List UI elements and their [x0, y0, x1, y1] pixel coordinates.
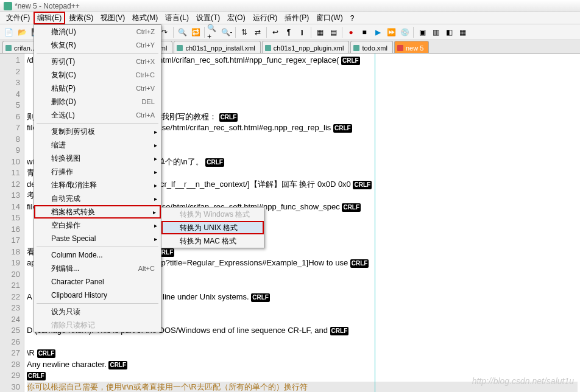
file-tab-6[interactable]: todo.xml: [350, 41, 393, 53]
menu-item-7[interactable]: 宏(O): [224, 12, 249, 24]
file-icon: [177, 45, 183, 51]
crlf-marker: CRLF: [353, 181, 372, 189]
open-file-icon[interactable]: 📂: [16, 26, 28, 38]
menu-item-10[interactable]: 窗口(W): [313, 12, 346, 24]
menu-item-Paste Special[interactable]: Paste Special: [34, 232, 161, 245]
menu-bar: 文件(F)编辑(E)搜索(S)视图(V)格式(M)语言(L)设置(T)宏(O)运…: [0, 12, 580, 24]
menu-item-3[interactable]: 视图(V): [97, 12, 129, 24]
menu-item-复制到剪切板[interactable]: 复制到剪切板: [34, 125, 161, 138]
zoom-in-icon[interactable]: 🔍+: [207, 26, 219, 38]
menu-item-转换视图[interactable]: 转换视图: [34, 152, 161, 165]
menu-item-缩进[interactable]: 缩进: [34, 138, 161, 152]
tb-extra2-icon[interactable]: ▥: [430, 26, 442, 38]
save-macro-icon[interactable]: 💿: [398, 26, 411, 38]
menu-item-空白操作[interactable]: 空白操作: [34, 219, 161, 232]
sync-v-icon[interactable]: ⇅: [238, 26, 250, 38]
menu-item-设为只读[interactable]: 设为只读: [34, 305, 161, 318]
menu-item-粘贴(P)[interactable]: 粘贴(P)Ctrl+V: [34, 82, 161, 95]
menu-item-Clipboard History[interactable]: Clipboard History: [34, 289, 161, 302]
sync-h-icon[interactable]: ⇄: [252, 26, 264, 38]
menu-item-剪切(T)[interactable]: 剪切(T)Ctrl+X: [34, 55, 161, 68]
lang-icon[interactable]: ▦: [314, 26, 326, 38]
tb-extra4-icon[interactable]: ▦: [456, 26, 469, 38]
file-icon: [5, 45, 12, 51]
menu-item-6[interactable]: 设置(T): [193, 12, 224, 24]
menu-item-Column Mode...[interactable]: Column Mode...: [34, 248, 161, 262]
doc-map-icon[interactable]: ▤: [327, 26, 339, 38]
play-macro-icon[interactable]: ▶: [372, 26, 384, 38]
crlf-marker: CRLF: [27, 372, 46, 380]
menu-item-撤消(U)[interactable]: 撤消(U)Ctrl+Z: [34, 25, 161, 38]
crlf-marker: CRLF: [251, 293, 270, 302]
replace-icon[interactable]: 🔁: [189, 26, 202, 38]
file-tab-7[interactable]: new 5: [394, 41, 429, 53]
menu-item-1[interactable]: 编辑(E): [34, 12, 65, 24]
zoom-out-icon[interactable]: 🔍-: [221, 26, 233, 38]
crlf-marker: CRLF: [333, 124, 352, 133]
tb-extra1-icon[interactable]: ▣: [416, 26, 428, 38]
menu-item-复制(C)[interactable]: 复制(C)Ctrl+C: [34, 68, 161, 82]
file-icon: [353, 45, 359, 51]
crlf-marker: CRLF: [219, 113, 238, 122]
stop-macro-icon[interactable]: ■: [358, 26, 370, 38]
crlf-marker: CRLF: [205, 158, 224, 167]
menu-item-全选(L)[interactable]: 全选(L)Ctrl+A: [34, 108, 161, 122]
file-tab-5[interactable]: ch01s1_npp_plugin.xml: [262, 41, 350, 53]
editor-line: Any newline character. CRLF: [27, 359, 578, 371]
indent-guide-icon[interactable]: ⫿: [296, 26, 308, 38]
vertical-edge-line: [375, 54, 375, 392]
editor-line: \R CRLF: [27, 348, 578, 359]
wrap-icon[interactable]: ↩: [269, 26, 281, 38]
crlf-marker: CRLF: [108, 361, 127, 369]
menu-item-11[interactable]: ?: [347, 13, 358, 24]
menu-item-列编辑...[interactable]: 列编辑...Alt+C: [34, 262, 161, 275]
submenu-item-转换为 MAC 格式[interactable]: 转换为 MAC 格式: [161, 234, 264, 248]
crlf-marker: CRLF: [341, 57, 360, 65]
window-title: *new 5 - Notepad++: [15, 2, 80, 10]
file-icon: [397, 45, 403, 51]
menu-item-自动完成[interactable]: 自动完成: [34, 192, 161, 205]
menu-item-清除只读标记: 清除只读标记: [34, 318, 161, 332]
menu-item-5[interactable]: 语言(L): [161, 12, 193, 24]
new-file-icon[interactable]: 📄: [2, 26, 15, 38]
crlf-marker: CRLF: [330, 327, 349, 335]
editor-line: 你可以根据自己需要，使用\r\n或者直接用一个\R去匹配（所有的单个的）换行符: [27, 382, 578, 393]
line-gutter: 1234567891011121314151617181920212223242…: [0, 54, 24, 392]
menu-item-2[interactable]: 搜索(S): [65, 12, 97, 24]
menu-item-0[interactable]: 文件(F): [2, 12, 34, 24]
editor-line: CRLF: [27, 370, 578, 382]
menu-item-4[interactable]: 格式(M): [129, 12, 161, 24]
submenu-item-转换为 Windows 格式: 转换为 Windows 格式: [161, 208, 264, 221]
find-icon[interactable]: 🔍: [176, 26, 188, 38]
file-tab-4[interactable]: ch01s1_npp_install.xml: [174, 41, 260, 53]
app-icon: [4, 2, 12, 10]
record-macro-icon[interactable]: ●: [345, 26, 357, 38]
title-bar: *new 5 - Notepad++: [0, 0, 580, 12]
menu-item-恢复(R)[interactable]: 恢复(R)Ctrl+Y: [34, 38, 161, 52]
tb-extra3-icon[interactable]: ◧: [443, 26, 455, 38]
edit-dropdown-menu: 撤消(U)Ctrl+Z恢复(R)Ctrl+Y剪切(T)Ctrl+X复制(C)Ct…: [34, 24, 161, 332]
menu-item-8[interactable]: 运行(R): [249, 12, 281, 24]
menu-item-9[interactable]: 插件(P): [281, 12, 313, 24]
menu-item-注释/取消注释[interactable]: 注释/取消注释: [34, 178, 161, 192]
menu-item-行操作[interactable]: 行操作: [34, 165, 161, 178]
menu-item-档案格式转换[interactable]: 档案格式转换: [34, 205, 161, 219]
menu-item-删除(D)[interactable]: 删除(D)DEL: [34, 95, 161, 108]
submenu-item-转换为 UNIX 格式[interactable]: 转换为 UNIX 格式: [161, 221, 264, 234]
play-multi-icon[interactable]: ⏩: [385, 26, 397, 38]
editor-line: [27, 337, 578, 348]
show-all-icon[interactable]: ¶: [283, 26, 295, 38]
crlf-marker: CRLF: [37, 349, 56, 358]
crlf-marker: CRLF: [350, 259, 369, 268]
crlf-marker: CRLF: [342, 203, 361, 212]
menu-item-Character Panel[interactable]: Character Panel: [34, 275, 161, 289]
file-icon: [265, 45, 271, 51]
eol-conversion-submenu: 转换为 Windows 格式转换为 UNIX 格式转换为 MAC 格式: [161, 207, 264, 248]
